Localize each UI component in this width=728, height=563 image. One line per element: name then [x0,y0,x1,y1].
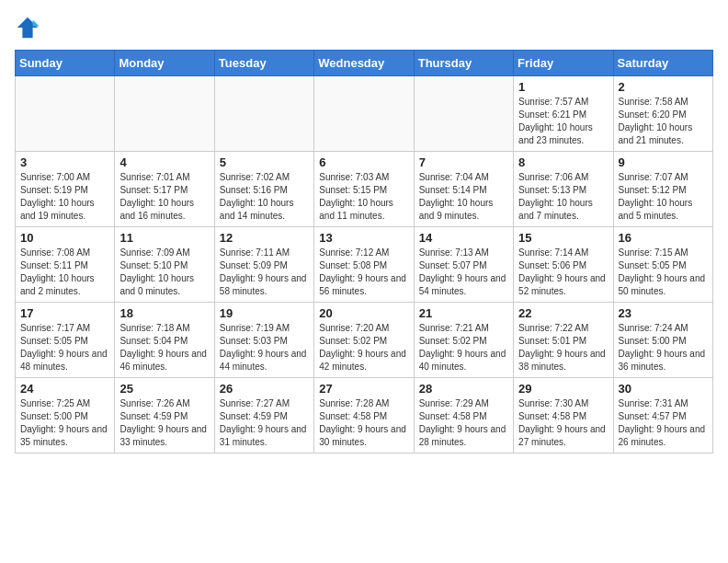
calendar-cell [16,76,115,152]
calendar-cell: 7Sunrise: 7:04 AM Sunset: 5:14 PM Daylig… [414,152,513,227]
calendar-cell: 9Sunrise: 7:07 AM Sunset: 5:12 PM Daylig… [613,152,712,227]
day-number: 5 [220,155,309,169]
calendar-week-3: 10Sunrise: 7:08 AM Sunset: 5:11 PM Dayli… [16,227,713,303]
day-info: Sunrise: 7:24 AM Sunset: 5:00 PM Dayligh… [619,322,708,373]
day-number: 11 [119,231,209,245]
calendar-cell: 11Sunrise: 7:09 AM Sunset: 5:10 PM Dayli… [115,227,214,303]
day-info: Sunrise: 7:20 AM Sunset: 5:02 PM Dayligh… [319,322,408,373]
day-info: Sunrise: 7:22 AM Sunset: 5:01 PM Dayligh… [518,322,608,373]
day-number: 7 [419,155,508,169]
day-info: Sunrise: 7:25 AM Sunset: 5:00 PM Dayligh… [20,397,109,449]
day-info: Sunrise: 7:06 AM Sunset: 5:13 PM Dayligh… [518,171,608,223]
calendar-cell: 8Sunrise: 7:06 AM Sunset: 5:13 PM Daylig… [514,152,613,227]
day-number: 6 [319,155,408,169]
svg-marker-1 [33,20,40,27]
day-number: 24 [20,382,109,396]
day-info: Sunrise: 7:58 AM Sunset: 6:20 PM Dayligh… [619,96,708,147]
day-info: Sunrise: 7:18 AM Sunset: 5:04 PM Dayligh… [119,322,209,373]
calendar-cell: 3Sunrise: 7:00 AM Sunset: 5:19 PM Daylig… [16,152,115,227]
calendar-cell: 19Sunrise: 7:19 AM Sunset: 5:03 PM Dayli… [214,303,313,378]
weekday-header-tuesday: Tuesday [214,51,313,76]
day-number: 25 [119,382,209,396]
calendar-week-2: 3Sunrise: 7:00 AM Sunset: 5:19 PM Daylig… [16,152,713,227]
day-info: Sunrise: 7:57 AM Sunset: 6:21 PM Dayligh… [518,96,608,147]
day-info: Sunrise: 7:17 AM Sunset: 5:05 PM Dayligh… [20,322,109,373]
day-info: Sunrise: 7:27 AM Sunset: 4:59 PM Dayligh… [220,397,309,449]
calendar-cell: 28Sunrise: 7:29 AM Sunset: 4:58 PM Dayli… [414,378,513,454]
day-number: 12 [220,231,309,245]
day-number: 9 [619,155,708,169]
day-number: 22 [518,306,608,320]
weekday-header-sunday: Sunday [16,51,115,76]
weekday-header-saturday: Saturday [613,51,712,76]
calendar-cell: 20Sunrise: 7:20 AM Sunset: 5:02 PM Dayli… [314,303,414,378]
calendar-table: SundayMondayTuesdayWednesdayThursdayFrid… [15,50,713,454]
day-number: 13 [319,231,408,245]
calendar-cell [314,76,414,152]
day-info: Sunrise: 7:19 AM Sunset: 5:03 PM Dayligh… [220,322,309,373]
calendar-cell: 18Sunrise: 7:18 AM Sunset: 5:04 PM Dayli… [115,303,214,378]
day-info: Sunrise: 7:01 AM Sunset: 5:17 PM Dayligh… [119,171,209,223]
day-info: Sunrise: 7:30 AM Sunset: 4:58 PM Dayligh… [518,397,608,449]
day-number: 21 [419,306,508,320]
day-number: 3 [20,155,109,169]
day-number: 26 [220,382,309,396]
day-number: 30 [619,382,708,396]
day-number: 19 [220,306,309,320]
calendar-cell: 10Sunrise: 7:08 AM Sunset: 5:11 PM Dayli… [16,227,115,303]
day-number: 20 [319,306,408,320]
calendar-cell [214,76,313,152]
day-info: Sunrise: 7:15 AM Sunset: 5:05 PM Dayligh… [619,247,708,298]
calendar-cell: 2Sunrise: 7:58 AM Sunset: 6:20 PM Daylig… [613,76,712,152]
weekday-header-monday: Monday [115,51,214,76]
day-number: 27 [319,382,408,396]
day-number: 8 [518,155,608,169]
calendar-cell: 4Sunrise: 7:01 AM Sunset: 5:17 PM Daylig… [115,152,214,227]
weekday-header-wednesday: Wednesday [314,51,414,76]
day-info: Sunrise: 7:00 AM Sunset: 5:19 PM Dayligh… [20,171,109,223]
calendar-cell: 13Sunrise: 7:12 AM Sunset: 5:08 PM Dayli… [314,227,414,303]
day-number: 18 [119,306,209,320]
calendar-cell: 30Sunrise: 7:31 AM Sunset: 4:57 PM Dayli… [613,378,712,454]
calendar-cell: 1Sunrise: 7:57 AM Sunset: 6:21 PM Daylig… [514,76,613,152]
day-number: 4 [119,155,209,169]
calendar-cell: 26Sunrise: 7:27 AM Sunset: 4:59 PM Dayli… [214,378,313,454]
day-number: 28 [419,382,508,396]
day-info: Sunrise: 7:13 AM Sunset: 5:07 PM Dayligh… [419,247,508,298]
day-info: Sunrise: 7:04 AM Sunset: 5:14 PM Dayligh… [419,171,508,223]
calendar-week-1: 1Sunrise: 7:57 AM Sunset: 6:21 PM Daylig… [16,76,713,152]
logo [15,15,44,40]
calendar-cell: 16Sunrise: 7:15 AM Sunset: 5:05 PM Dayli… [613,227,712,303]
svg-marker-0 [17,17,38,38]
calendar-cell: 12Sunrise: 7:11 AM Sunset: 5:09 PM Dayli… [214,227,313,303]
day-number: 14 [419,231,508,245]
day-info: Sunrise: 7:09 AM Sunset: 5:10 PM Dayligh… [119,247,209,298]
day-number: 15 [518,231,608,245]
day-info: Sunrise: 7:26 AM Sunset: 4:59 PM Dayligh… [119,397,209,449]
day-info: Sunrise: 7:11 AM Sunset: 5:09 PM Dayligh… [220,247,309,298]
day-info: Sunrise: 7:14 AM Sunset: 5:06 PM Dayligh… [518,247,608,298]
calendar-cell: 17Sunrise: 7:17 AM Sunset: 5:05 PM Dayli… [16,303,115,378]
page-header [15,15,713,40]
day-info: Sunrise: 7:12 AM Sunset: 5:08 PM Dayligh… [319,247,408,298]
day-number: 2 [619,80,708,94]
calendar-cell [414,76,513,152]
calendar-cell: 27Sunrise: 7:28 AM Sunset: 4:58 PM Dayli… [314,378,414,454]
weekday-header-thursday: Thursday [414,51,513,76]
calendar-cell: 29Sunrise: 7:30 AM Sunset: 4:58 PM Dayli… [514,378,613,454]
day-number: 23 [619,306,708,320]
day-number: 29 [518,382,608,396]
day-number: 10 [20,231,109,245]
calendar-cell: 21Sunrise: 7:21 AM Sunset: 5:02 PM Dayli… [414,303,513,378]
calendar-cell: 22Sunrise: 7:22 AM Sunset: 5:01 PM Dayli… [514,303,613,378]
calendar-header-row: SundayMondayTuesdayWednesdayThursdayFrid… [16,51,713,76]
day-info: Sunrise: 7:08 AM Sunset: 5:11 PM Dayligh… [20,247,109,298]
day-info: Sunrise: 7:03 AM Sunset: 5:15 PM Dayligh… [319,171,408,223]
calendar-cell: 15Sunrise: 7:14 AM Sunset: 5:06 PM Dayli… [514,227,613,303]
day-number: 17 [20,306,109,320]
day-info: Sunrise: 7:28 AM Sunset: 4:58 PM Dayligh… [319,397,408,449]
weekday-header-friday: Friday [514,51,613,76]
calendar-cell: 23Sunrise: 7:24 AM Sunset: 5:00 PM Dayli… [613,303,712,378]
day-info: Sunrise: 7:31 AM Sunset: 4:57 PM Dayligh… [619,397,708,449]
calendar-cell: 6Sunrise: 7:03 AM Sunset: 5:15 PM Daylig… [314,152,414,227]
